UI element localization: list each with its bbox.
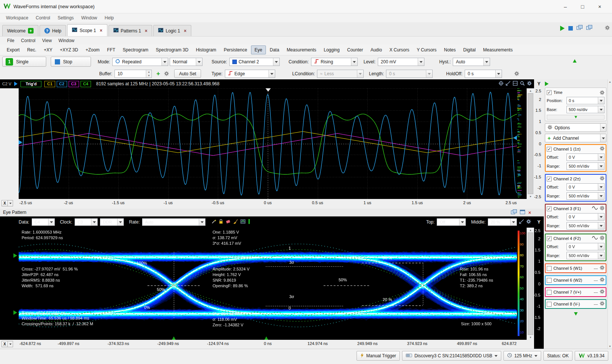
eye-x-axis-button[interactable]: X: [1, 341, 13, 347]
channel-header[interactable]: ✓Channel 1 (1±): [547, 145, 605, 153]
toolbar-item-spectrogram-3d[interactable]: Spectrogram 3D: [152, 45, 192, 54]
clock-edge-marker[interactable]: [264, 336, 268, 340]
tile-windows-icon[interactable]: [586, 25, 592, 31]
stop-all-icon[interactable]: [568, 26, 573, 31]
toolbar-item-measurements[interactable]: Measurements: [283, 45, 320, 54]
gear-icon[interactable]: [527, 81, 532, 87]
scope-menu-control[interactable]: Control: [18, 38, 39, 43]
close-button[interactable]: ×: [591, 1, 608, 12]
add-instrument-icon[interactable]: +: [28, 28, 34, 34]
scroll-down-icon[interactable]: ▼: [608, 344, 612, 349]
toolbar-item-y-cursors[interactable]: Y Cursors: [413, 45, 440, 54]
wand-icon[interactable]: [211, 219, 216, 225]
toolbar-item--xy[interactable]: +XY: [40, 45, 56, 54]
tab-patterns-1[interactable]: Patterns 1×: [109, 25, 153, 36]
zoom-icon[interactable]: [520, 81, 525, 87]
gear-icon[interactable]: [600, 277, 605, 283]
x-axis-menu-icon[interactable]: [8, 200, 13, 206]
toolbar-item-audio[interactable]: Audio: [367, 45, 386, 54]
toolbar-item-histogram[interactable]: Histogram: [192, 45, 220, 54]
range-select[interactable]: 500 mV/div: [567, 162, 605, 170]
scope-vertical-scrollbar[interactable]: ▲ ▼: [527, 88, 534, 199]
lcondition-select[interactable]: ≈ Less: [317, 70, 364, 78]
channel-checkbox[interactable]: ✓: [547, 177, 552, 181]
minimize-button[interactable]: –: [557, 1, 574, 12]
tab-scope-1[interactable]: Scope 1×: [67, 24, 107, 36]
mode-select[interactable]: Repeated: [112, 58, 168, 66]
buffer-stepper[interactable]: 10 ▲▼: [114, 70, 152, 78]
run-all-icon[interactable]: [560, 26, 565, 31]
close-tab-icon[interactable]: ×: [184, 28, 186, 34]
version-button[interactable]: v3.19.34: [575, 351, 608, 361]
channel-chip-c1[interactable]: C1: [44, 81, 55, 87]
scroll-down-icon[interactable]: ▼: [527, 194, 534, 199]
toolbar-item-measurements[interactable]: Measurements: [479, 45, 516, 54]
channel-header[interactable]: ✓Channel 3 (F1): [547, 205, 605, 212]
toolbar-item--xyz-3d[interactable]: +XYZ 3D: [56, 45, 82, 54]
base-select[interactable]: 500 ns/div: [567, 106, 605, 113]
scope-menu-window[interactable]: Window: [55, 38, 78, 43]
range-select[interactable]: 500 mV/div: [567, 222, 605, 230]
eye-clock-select[interactable]: C3: [75, 218, 98, 226]
scope-menu-view[interactable]: View: [39, 38, 55, 43]
brush-icon[interactable]: [233, 219, 238, 225]
eye-top-select[interactable]: Off: [437, 218, 466, 226]
eye-data-select[interactable]: C4: [32, 218, 55, 226]
close-tab-icon[interactable]: ×: [145, 28, 147, 34]
gear-icon[interactable]: [162, 70, 170, 78]
channel-checkbox[interactable]: ✓: [547, 206, 552, 211]
channel-chip-c2[interactable]: C2: [57, 81, 67, 87]
channel-chip-c4[interactable]: C4: [81, 81, 91, 87]
gear-icon[interactable]: [526, 219, 531, 225]
channel-header[interactable]: Channel 6 (W2)---: [547, 276, 605, 284]
type-select[interactable]: Edge: [225, 70, 275, 78]
channel-checkbox[interactable]: [547, 278, 552, 283]
eye-vertical-scrollbar[interactable]: ▲ ▼: [527, 228, 534, 340]
maximize-icon[interactable]: [520, 210, 525, 215]
offset-select[interactable]: 0 V: [567, 213, 605, 221]
trigger-position-marker[interactable]: [266, 88, 271, 92]
maximize-button[interactable]: □: [574, 1, 591, 12]
gear-icon[interactable]: [600, 301, 605, 307]
gear-icon[interactable]: [605, 25, 610, 31]
channel-header[interactable]: ✓Channel 2 (2±): [547, 175, 605, 183]
zero-level-marker[interactable]: [13, 310, 17, 315]
sidebar-scrollbar[interactable]: ▲ ▼: [608, 79, 612, 349]
add-channel-select[interactable]: + Add Channel: [545, 134, 606, 142]
collapse-controls-icon[interactable]: [573, 59, 577, 63]
scroll-channels-icon[interactable]: [574, 312, 578, 316]
toolbar-item-export[interactable]: Export: [3, 45, 23, 54]
scroll-up-icon[interactable]: ▲: [527, 88, 534, 93]
gear-icon[interactable]: [600, 206, 605, 212]
cascade-windows-icon[interactable]: [577, 25, 583, 31]
toolbar-item-rec-[interactable]: Rec.: [23, 45, 40, 54]
scroll-up-icon[interactable]: ▲: [527, 228, 534, 232]
crossing-marker[interactable]: [172, 336, 176, 340]
clock-select[interactable]: 125 MHz: [503, 351, 541, 361]
expand-sidebar-icon[interactable]: [545, 82, 549, 86]
channel-checkbox[interactable]: [547, 266, 552, 271]
toolbar-item-fft[interactable]: FFT: [103, 45, 119, 54]
close-tab-icon[interactable]: ×: [100, 28, 103, 33]
x-axis-menu-icon[interactable]: [8, 341, 13, 347]
manual-trigger-button[interactable]: Manual Trigger: [357, 351, 400, 361]
trigger-level-marker[interactable]: [513, 136, 517, 140]
persistence-icon[interactable]: [241, 219, 245, 225]
channel-header[interactable]: ✓Channel 4 (F2): [547, 235, 605, 242]
status-button[interactable]: Status: OK: [543, 351, 572, 361]
length-select[interactable]: 0 s: [386, 70, 433, 78]
mode2-select[interactable]: Normal: [170, 58, 203, 66]
eye-rate-select[interactable]: Auto: [142, 218, 205, 226]
toolbar-item-counter[interactable]: Counter: [343, 45, 367, 54]
tab-welcome[interactable]: Welcome +: [2, 25, 38, 36]
scroll-up-icon[interactable]: ▲: [608, 79, 612, 84]
channel-checkbox[interactable]: ✓: [547, 236, 552, 241]
toolbar-item-notes[interactable]: Notes: [440, 45, 459, 54]
eye-middle-select[interactable]: 20 %: [488, 218, 517, 226]
toolbar-item-digital[interactable]: Digital: [459, 45, 479, 54]
cascade-icon[interactable]: [511, 209, 517, 216]
scope-menu-file[interactable]: File: [4, 38, 18, 43]
scale-icon[interactable]: [519, 219, 524, 225]
toolbar-item-x-cursors[interactable]: X Cursors: [386, 45, 413, 54]
eraser-icon[interactable]: [226, 219, 230, 225]
